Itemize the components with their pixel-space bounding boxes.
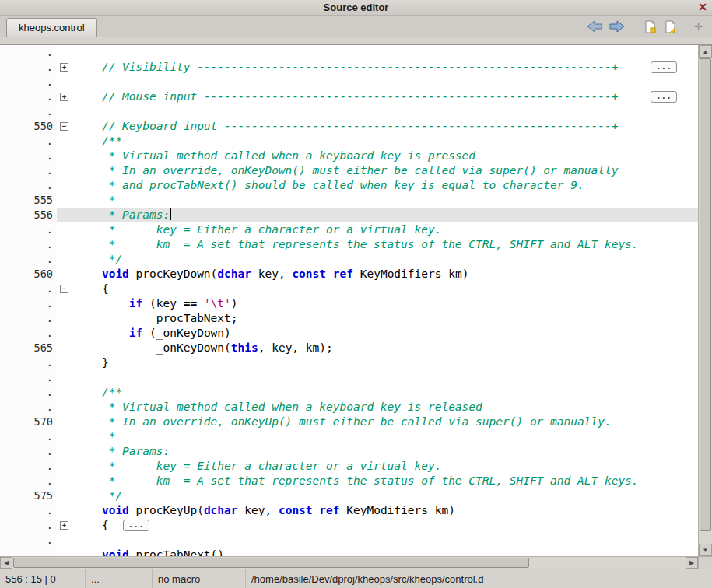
code-line[interactable]: .	[0, 370, 698, 385]
fold-margin	[57, 222, 74, 237]
scroll-down-icon[interactable]: ▼	[699, 544, 712, 556]
code-text	[74, 370, 698, 385]
code-line[interactable]: . * km = A set that represents the statu…	[0, 474, 698, 488]
fold-expand-icon[interactable]: +	[60, 63, 68, 72]
fold-expand-icon[interactable]: +	[60, 93, 68, 101]
code-line[interactable]: 570 * In an override, onKeyUp() must eit…	[0, 415, 698, 429]
code-line[interactable]: . procTabNext;	[0, 311, 698, 326]
fold-collapse-icon[interactable]: −	[60, 285, 68, 293]
code-line[interactable]: . * key = Either a character or a virtua…	[0, 459, 698, 474]
line-number: 556	[0, 208, 57, 222]
code-line[interactable]: . void procKeyUp(dchar key, const ref Ke…	[0, 503, 698, 518]
code-line[interactable]: . /**	[0, 385, 698, 400]
code-line[interactable]: .	[0, 533, 698, 548]
code-line[interactable]: .+ // Visibility -----------------------…	[0, 60, 698, 75]
fold-margin[interactable]: −	[57, 119, 74, 134]
line-number: .	[0, 104, 57, 119]
code-editor[interactable]: ..+ // Visibility ----------------------…	[0, 44, 712, 556]
code-text: * km = A set that represents the status …	[74, 237, 698, 252]
save-file-as-icon[interactable]	[664, 20, 677, 33]
code-line[interactable]: . if (key == '\t')	[0, 296, 698, 311]
code-line[interactable]: . * km = A set that represents the statu…	[0, 237, 698, 252]
folded-code-ellipsis[interactable]: ...	[651, 91, 677, 103]
code-line[interactable]: .	[0, 45, 698, 60]
code-text: * Params:	[74, 208, 698, 222]
code-text	[74, 45, 698, 60]
code-text	[74, 75, 698, 89]
code-text: *	[74, 193, 698, 208]
code-line[interactable]: . if (_onKeyDown)	[0, 326, 698, 341]
horizontal-scrollbar[interactable]: ◀ ▶	[0, 557, 698, 569]
close-icon[interactable]: ✕	[698, 1, 707, 14]
code-line[interactable]: . /**	[0, 134, 698, 149]
code-line[interactable]: . *	[0, 429, 698, 444]
status-panel-extra: ...	[86, 569, 153, 588]
code-line[interactable]: . * In an override, onKeyDown() must eit…	[0, 163, 698, 178]
code-text: {...	[74, 518, 698, 533]
toolbar-grip-icon[interactable]: ✛	[694, 21, 703, 33]
fold-margin	[57, 193, 74, 208]
code-line[interactable]: 560 void procKeyDown(dchar key, const re…	[0, 267, 698, 282]
line-number: .	[0, 311, 57, 326]
code-line[interactable]: . * and procTabNext() should be called w…	[0, 178, 698, 193]
vertical-scroll-thumb[interactable]	[700, 58, 711, 531]
fold-margin	[57, 326, 74, 341]
code-line[interactable]: 555 *	[0, 193, 698, 208]
fold-margin	[57, 163, 74, 178]
titlebar[interactable]: Source editor ✕	[0, 0, 712, 16]
line-number: .	[0, 518, 57, 533]
horizontal-scroll-thumb[interactable]	[13, 558, 529, 568]
fold-margin[interactable]: +	[57, 518, 74, 533]
code-line[interactable]: 550− // Keyboard input -----------------…	[0, 119, 698, 134]
folded-code-ellipsis[interactable]: ...	[123, 520, 149, 531]
code-line[interactable]: . * key = Either a character or a virtua…	[0, 222, 698, 237]
fold-margin[interactable]: +	[57, 89, 74, 104]
code-line[interactable]: 556 * Params:	[0, 208, 698, 222]
back-arrow-icon[interactable]	[587, 20, 602, 33]
scroll-left-icon[interactable]: ◀	[0, 557, 12, 569]
line-number: .	[0, 444, 57, 459]
code-lines[interactable]: ..+ // Visibility ----------------------…	[0, 45, 698, 556]
code-text: void procKeyDown(dchar key, const ref Ke…	[74, 267, 698, 282]
code-line[interactable]: 575 */	[0, 488, 698, 503]
scroll-right-icon[interactable]: ▶	[686, 557, 698, 569]
fold-margin	[57, 385, 74, 400]
code-line[interactable]: . * Virtual method called when a keyboar…	[0, 149, 698, 163]
code-line[interactable]: .+ {...	[0, 518, 698, 533]
code-text: * Virtual method called when a keyboard …	[74, 400, 698, 415]
code-text	[74, 533, 698, 548]
code-line[interactable]: .+ // Mouse input ----------------------…	[0, 89, 698, 104]
code-line[interactable]: . * Params:	[0, 444, 698, 459]
code-text: // Mouse input -------------------------…	[74, 89, 698, 104]
code-line[interactable]: .− {	[0, 282, 698, 296]
code-line[interactable]: . * Virtual method called when a keyboar…	[0, 400, 698, 415]
scroll-up-icon[interactable]: ▲	[699, 45, 712, 58]
line-number: .	[0, 75, 57, 89]
fold-margin	[57, 45, 74, 60]
fold-margin	[57, 237, 74, 252]
tab-kheops-control[interactable]: kheops.control	[6, 18, 97, 37]
fold-margin	[57, 459, 74, 474]
fold-margin	[57, 444, 74, 459]
code-line[interactable]: .	[0, 75, 698, 89]
fold-margin[interactable]: −	[57, 282, 74, 296]
folded-code-ellipsis[interactable]: ...	[651, 61, 677, 73]
line-number: 570	[0, 415, 57, 429]
forward-arrow-icon[interactable]	[609, 20, 625, 33]
fold-margin[interactable]: +	[57, 60, 74, 75]
code-line[interactable]: . void procTabNext()	[0, 548, 698, 556]
fold-collapse-icon[interactable]: −	[60, 122, 68, 131]
fold-margin	[57, 503, 74, 518]
fold-margin	[57, 75, 74, 89]
code-line[interactable]: .	[0, 104, 698, 119]
line-number: .	[0, 163, 57, 178]
status-caret-position: 556 : 15 | 0	[0, 569, 86, 588]
code-line[interactable]: . */	[0, 252, 698, 267]
code-line[interactable]: 565 _onKeyDown(this, key, km);	[0, 341, 698, 355]
line-number: .	[0, 474, 57, 488]
vertical-scrollbar[interactable]: ▲ ▼	[698, 45, 712, 556]
fold-expand-icon[interactable]: +	[60, 521, 68, 530]
save-file-icon[interactable]	[644, 20, 657, 33]
code-line[interactable]: . }	[0, 355, 698, 370]
line-number: .	[0, 548, 57, 556]
